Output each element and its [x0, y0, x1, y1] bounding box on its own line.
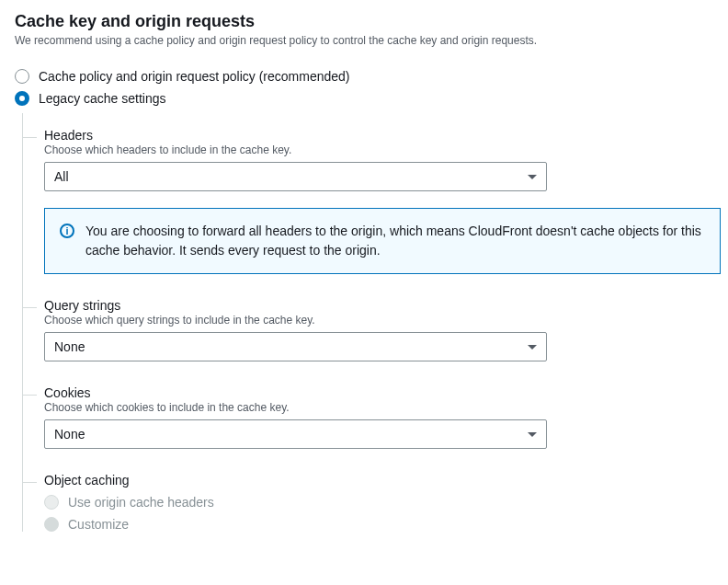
object-caching-field: Object caching Use origin cache headers …	[44, 458, 713, 532]
cookies-select[interactable]: None	[44, 419, 547, 449]
chevron-down-icon	[528, 432, 537, 437]
info-icon: i	[60, 224, 74, 238]
tree-connector	[22, 137, 37, 138]
alert-text: You are choosing to forward all headers …	[85, 222, 705, 260]
tree-connector	[22, 307, 37, 308]
headers-hint: Choose which headers to include in the c…	[44, 143, 713, 156]
section-subtitle: We recommend using a cache policy and or…	[15, 34, 713, 47]
radio-legacy-cache-settings[interactable]: Legacy cache settings	[15, 91, 713, 106]
select-value: All	[54, 169, 69, 184]
radio-checked-icon	[15, 91, 29, 106]
query-strings-hint: Choose which query strings to include in…	[44, 314, 713, 327]
query-strings-field: Query strings Choose which query strings…	[44, 283, 713, 361]
section-title: Cache key and origin requests	[15, 11, 713, 32]
radio-disabled-icon	[44, 495, 59, 510]
radio-unchecked-icon	[15, 69, 29, 84]
radio-label: Use origin cache headers	[68, 495, 214, 510]
tree-connector	[22, 395, 37, 396]
radio-label: Legacy cache settings	[39, 91, 166, 106]
headers-select[interactable]: All	[44, 162, 547, 191]
chevron-down-icon	[528, 175, 537, 179]
object-caching-label: Object caching	[44, 473, 713, 488]
radio-disabled-icon	[44, 517, 59, 532]
query-strings-label: Query strings	[44, 298, 713, 313]
radio-label: Cache policy and origin request policy (…	[39, 69, 350, 84]
headers-info-alert: i You are choosing to forward all header…	[44, 208, 721, 274]
cookies-field: Cookies Choose which cookies to include …	[44, 371, 713, 449]
radio-customize: Customize	[44, 517, 713, 532]
tree-connector	[22, 482, 37, 483]
section-header: Cache key and origin requests We recomme…	[15, 11, 713, 47]
legacy-settings-panel: Headers Choose which headers to include …	[22, 113, 713, 532]
select-value: None	[54, 339, 85, 354]
headers-label: Headers	[44, 128, 713, 143]
chevron-down-icon	[528, 345, 537, 350]
radio-use-origin-cache-headers: Use origin cache headers	[44, 495, 713, 510]
radio-label: Customize	[68, 517, 129, 532]
headers-field: Headers Choose which headers to include …	[44, 113, 713, 274]
cookies-hint: Choose which cookies to include in the c…	[44, 401, 713, 414]
query-strings-select[interactable]: None	[44, 332, 547, 361]
cache-mode-radio-group: Cache policy and origin request policy (…	[15, 69, 713, 106]
select-value: None	[54, 427, 85, 442]
radio-cache-policy-recommended[interactable]: Cache policy and origin request policy (…	[15, 69, 713, 84]
cookies-label: Cookies	[44, 385, 713, 400]
